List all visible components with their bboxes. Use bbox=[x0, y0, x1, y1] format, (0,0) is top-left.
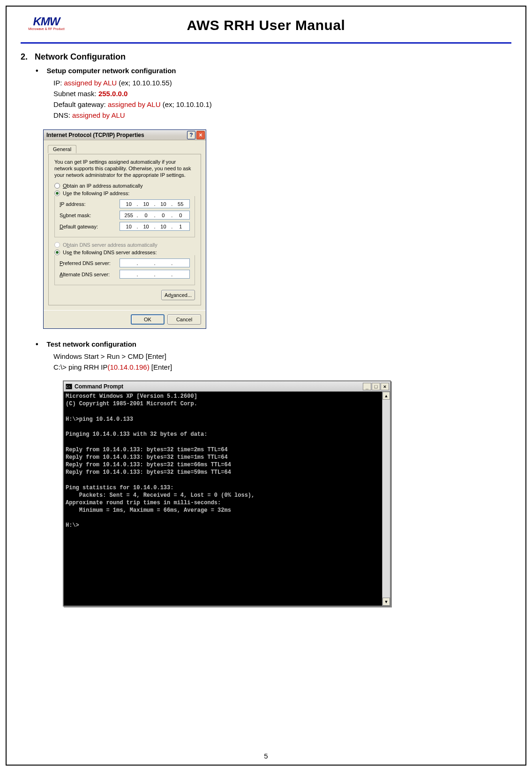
dns-fieldset: Preferred DNS server: . . . Alternate DN… bbox=[54, 255, 195, 285]
help-button[interactable]: ? bbox=[187, 131, 195, 139]
ip-example: (ex; 10.10.10.55) bbox=[117, 79, 172, 87]
dns-value: assigned by ALU bbox=[72, 111, 125, 119]
cmd-output[interactable]: Microsoft Windows XP [Version 5.1.2600] … bbox=[64, 392, 382, 606]
minimize-button[interactable]: _ bbox=[363, 383, 371, 390]
alternate-dns-input[interactable]: . . . bbox=[120, 270, 190, 279]
radio-label: Obtain an IP address automatically bbox=[63, 183, 142, 189]
row-subnet-mask: Subnet mask: 255. 0. 0. 0 bbox=[60, 211, 190, 220]
section-number: 2. bbox=[21, 52, 28, 61]
bullet-setup-text: Setup computer network configuration bbox=[47, 67, 176, 75]
cmd-titlebar[interactable]: Command Prompt _ □ × bbox=[64, 381, 390, 392]
default-gateway-input[interactable]: 10. 10. 10. 1 bbox=[120, 222, 190, 231]
row-default-gateway: Default gateway: 10. 10. 10. 1 bbox=[60, 222, 190, 231]
cmd-title: Command Prompt bbox=[75, 383, 123, 390]
radio-icon bbox=[54, 183, 60, 189]
cmd-icon bbox=[66, 384, 72, 389]
gateway-label: Default gateway: bbox=[53, 100, 108, 108]
radio-use-following-ip[interactable]: Use the following IP address: bbox=[54, 190, 195, 196]
bullet-dot-icon: • bbox=[36, 67, 38, 75]
advanced-button-row: Advanced... bbox=[54, 290, 195, 300]
tab-strip: General bbox=[48, 143, 201, 154]
bullet-dot-icon: • bbox=[36, 340, 38, 349]
ok-button[interactable]: OK bbox=[131, 314, 165, 325]
line-subnet: Subnet mask: 255.0.0.0 bbox=[53, 90, 511, 98]
dns-label: DNS: bbox=[53, 111, 72, 119]
dialog-button-row: OK Cancel bbox=[44, 310, 206, 328]
line-gateway: Default gateway: assigned by ALU (ex; 10… bbox=[53, 100, 511, 108]
test-line2-b: (10.14.0.196) bbox=[107, 363, 149, 371]
subnet-value: 255.0.0.0 bbox=[98, 90, 128, 98]
radio-label: Use the following DNS server addresses: bbox=[63, 250, 157, 255]
label-ip-address: IP address: bbox=[60, 201, 85, 207]
tab-general[interactable]: General bbox=[48, 145, 76, 153]
radio-obtain-ip-auto[interactable]: Obtain an IP address automatically bbox=[54, 183, 195, 189]
scroll-down-button[interactable]: ▼ bbox=[382, 598, 390, 606]
bullet-test: • Test network configuration bbox=[36, 340, 511, 349]
document-title: AWS RRH User Manual bbox=[187, 17, 345, 33]
dialog-explain-text: You can get IP settings assigned automat… bbox=[54, 159, 195, 178]
preferred-dns-input[interactable]: . . . bbox=[120, 258, 190, 267]
radio-disabled-icon bbox=[54, 242, 60, 248]
test-line1: Windows Start > Run > CMD [Enter] bbox=[53, 352, 511, 360]
ip-fieldset: IP address: 10. 10. 10. 55 Subnet mask: … bbox=[54, 196, 195, 237]
close-button[interactable]: × bbox=[196, 131, 205, 139]
radio-selected-icon bbox=[54, 190, 60, 196]
test-line2-c: [Enter] bbox=[150, 363, 172, 371]
test-line2-a: C:\> ping RRH IP bbox=[53, 363, 107, 371]
tcpip-properties-dialog: Internet Protocol (TCP/IP) Properties ? … bbox=[43, 129, 206, 329]
maximize-button[interactable]: □ bbox=[372, 383, 380, 390]
dialog-title: Internet Protocol (TCP/IP) Properties bbox=[46, 132, 144, 138]
page-header: KMW Microwave & RF Product AWS RRH User … bbox=[21, 11, 511, 39]
radio-selected-icon bbox=[54, 250, 60, 255]
cancel-button[interactable]: Cancel bbox=[167, 314, 201, 325]
scroll-up-button[interactable]: ▲ bbox=[382, 392, 390, 400]
ip-address-input[interactable]: 10. 10. 10. 55 bbox=[120, 199, 190, 208]
dialog-body: General You can get IP settings assigned… bbox=[44, 140, 206, 310]
cmd-body-wrap: Microsoft Windows XP [Version 5.1.2600] … bbox=[64, 392, 390, 606]
advanced-button[interactable]: Advanced... bbox=[161, 290, 195, 300]
header-rule bbox=[21, 42, 511, 44]
section-heading: 2. Network Configuration bbox=[21, 52, 511, 62]
page-number: 5 bbox=[7, 752, 525, 760]
page: KMW Microwave & RF Product AWS RRH User … bbox=[6, 6, 526, 766]
label-preferred-dns: Preferred DNS server: bbox=[60, 260, 111, 266]
row-alternate-dns: Alternate DNS server: . . . bbox=[60, 270, 190, 279]
logo: KMW Microwave & RF Product bbox=[25, 15, 67, 35]
gateway-value: assigned by ALU bbox=[108, 100, 161, 108]
line-dns: DNS: assigned by ALU bbox=[53, 111, 511, 119]
row-preferred-dns: Preferred DNS server: . . . bbox=[60, 258, 190, 267]
label-alternate-dns: Alternate DNS server: bbox=[60, 272, 110, 277]
logo-text: KMW bbox=[25, 15, 67, 28]
ip-label: IP: bbox=[53, 79, 64, 87]
gateway-example: (ex; 10.10.10.1) bbox=[160, 100, 211, 108]
ip-value: assigned by ALU bbox=[64, 79, 117, 87]
section-title: Network Configuration bbox=[35, 52, 126, 61]
logo-subtext: Microwave & RF Product bbox=[25, 27, 67, 30]
bullet-setup: • Setup computer network configuration bbox=[36, 67, 511, 75]
test-line2: C:\> ping RRH IP(10.14.0.196) [Enter] bbox=[53, 363, 511, 371]
command-prompt-window: Command Prompt _ □ × Microsoft Windows X… bbox=[63, 380, 391, 607]
subnet-mask-input[interactable]: 255. 0. 0. 0 bbox=[120, 211, 190, 220]
radio-label: Use the following IP address: bbox=[63, 190, 129, 196]
bullet-test-text: Test network configuration bbox=[47, 340, 136, 348]
row-ip-address: IP address: 10. 10. 10. 55 bbox=[60, 199, 190, 208]
label-default-gateway: Default gateway: bbox=[60, 224, 98, 229]
tab-panel-general: You can get IP settings assigned automat… bbox=[48, 154, 201, 305]
line-ip: IP: assigned by ALU (ex; 10.10.10.55) bbox=[53, 79, 511, 87]
label-subnet-mask: Subnet mask: bbox=[60, 212, 91, 218]
subnet-label: Subnet mask: bbox=[53, 90, 98, 98]
cmd-scrollbar[interactable]: ▲ ▼ bbox=[382, 392, 390, 606]
dialog-titlebar[interactable]: Internet Protocol (TCP/IP) Properties ? … bbox=[44, 130, 206, 140]
radio-label: Obtain DNS server address automatically bbox=[63, 242, 157, 248]
radio-use-following-dns[interactable]: Use the following DNS server addresses: bbox=[54, 250, 195, 255]
radio-obtain-dns-auto: Obtain DNS server address automatically bbox=[54, 242, 195, 248]
close-button[interactable]: × bbox=[381, 383, 389, 390]
